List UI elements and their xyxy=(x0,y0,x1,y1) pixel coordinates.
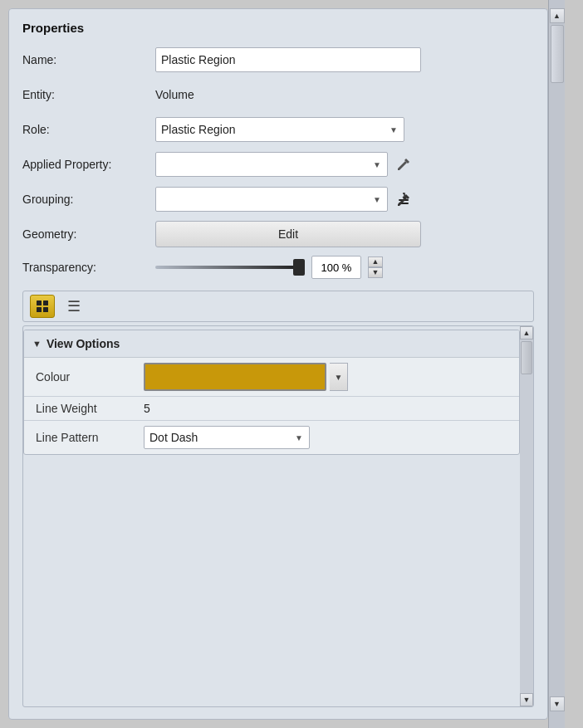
view-options-container: ▼ View Options Colour ▼ Li xyxy=(22,325,534,707)
line-pattern-dropdown[interactable]: Dot Dash Solid Dashed Dotted xyxy=(144,426,310,449)
applied-property-row: Applied Property: xyxy=(22,151,534,178)
line-weight-row: Line Weight 5 xyxy=(24,397,519,421)
inner-scroll-down[interactable]: ▼ xyxy=(520,693,533,706)
grouping-row: Grouping: xyxy=(22,186,534,213)
colour-dropdown-button[interactable]: ▼ xyxy=(330,363,348,391)
line-pattern-dropdown-container: Dot Dash Solid Dashed Dotted xyxy=(144,426,310,449)
inner-scroll-thumb[interactable] xyxy=(521,341,532,374)
view-options-content: ▼ View Options Colour ▼ Li xyxy=(23,326,520,706)
transparency-spin-up[interactable]: ▲ xyxy=(368,257,383,267)
view-options-table: Colour ▼ Line Weight 5 xyxy=(24,358,519,454)
entity-value: Volume xyxy=(155,88,534,101)
name-input[interactable] xyxy=(155,47,421,72)
transparency-row: Transparency: ▲ ▼ xyxy=(22,256,534,279)
grouping-label: Grouping: xyxy=(22,193,155,206)
role-dropdown[interactable]: Plastic Region Elastic Region Interface xyxy=(155,117,404,142)
colour-label: Colour xyxy=(24,358,132,397)
line-pattern-row: Line Pattern Dot Dash Solid Dashed Dotte… xyxy=(24,421,519,455)
inner-scrollbar: ▲ ▼ xyxy=(520,326,533,706)
view-options-panel: ▼ View Options Colour ▼ Li xyxy=(23,330,520,455)
colour-dropdown-container: ▼ xyxy=(144,363,507,391)
grouping-dropdown-container xyxy=(155,187,388,212)
panel-title: Properties xyxy=(22,21,534,35)
applied-property-label: Applied Property: xyxy=(22,158,155,171)
grouping-dropdown[interactable] xyxy=(155,187,388,212)
role-dropdown-container: Plastic Region Elastic Region Interface xyxy=(155,117,404,142)
transparency-input[interactable] xyxy=(311,256,361,279)
svg-rect-3 xyxy=(43,300,48,305)
line-weight-label: Line Weight xyxy=(24,397,132,421)
entity-row: Entity: Volume xyxy=(22,81,534,108)
svg-rect-2 xyxy=(37,300,42,305)
applied-property-edit-icon[interactable] xyxy=(393,155,414,173)
view-options-title: View Options xyxy=(47,337,120,350)
view-options-list-button[interactable]: ☰ xyxy=(61,295,86,318)
applied-property-dropdown-container xyxy=(155,152,388,177)
geometry-row: Geometry: Edit xyxy=(22,221,534,247)
name-row: Name: xyxy=(22,46,534,73)
applied-property-dropdown[interactable] xyxy=(155,152,388,177)
transparency-spin-buttons: ▲ ▼ xyxy=(368,257,383,278)
geometry-label: Geometry: xyxy=(22,227,155,241)
inner-scroll-up[interactable]: ▲ xyxy=(520,326,533,340)
toolbar-bar: ☰ xyxy=(22,291,534,322)
right-scrollbar: ▲ ▼ xyxy=(548,0,565,728)
view-options-header[interactable]: ▼ View Options xyxy=(24,330,519,358)
colour-row: Colour ▼ xyxy=(24,358,519,397)
transparency-spin-down[interactable]: ▼ xyxy=(368,267,383,278)
slider-container: ▲ ▼ xyxy=(155,256,534,279)
geometry-edit-button[interactable]: Edit xyxy=(155,221,421,247)
svg-rect-5 xyxy=(43,307,48,312)
colour-swatch[interactable] xyxy=(144,363,326,391)
entity-label: Entity: xyxy=(22,88,155,101)
line-pattern-cell: Dot Dash Solid Dashed Dotted xyxy=(132,421,519,455)
role-row: Role: Plastic Region Elastic Region Inte… xyxy=(22,116,534,143)
grouping-edit-icon[interactable] xyxy=(393,190,414,208)
main-scroll-down[interactable]: ▼ xyxy=(550,696,565,711)
main-scroll-up[interactable]: ▲ xyxy=(550,8,565,23)
role-label: Role: xyxy=(22,123,155,136)
name-label: Name: xyxy=(22,53,155,66)
transparency-slider[interactable] xyxy=(155,266,305,269)
line-weight-cell: 5 xyxy=(132,397,519,421)
main-scroll-thumb[interactable] xyxy=(551,25,564,83)
transparency-label: Transparency: xyxy=(22,261,155,274)
colour-cell: ▼ xyxy=(132,358,519,397)
line-weight-value: 5 xyxy=(144,402,150,415)
view-options-chevron: ▼ xyxy=(32,339,42,349)
svg-rect-4 xyxy=(37,307,42,312)
view-options-grid-button[interactable] xyxy=(30,295,55,318)
line-pattern-label: Line Pattern xyxy=(24,421,132,455)
